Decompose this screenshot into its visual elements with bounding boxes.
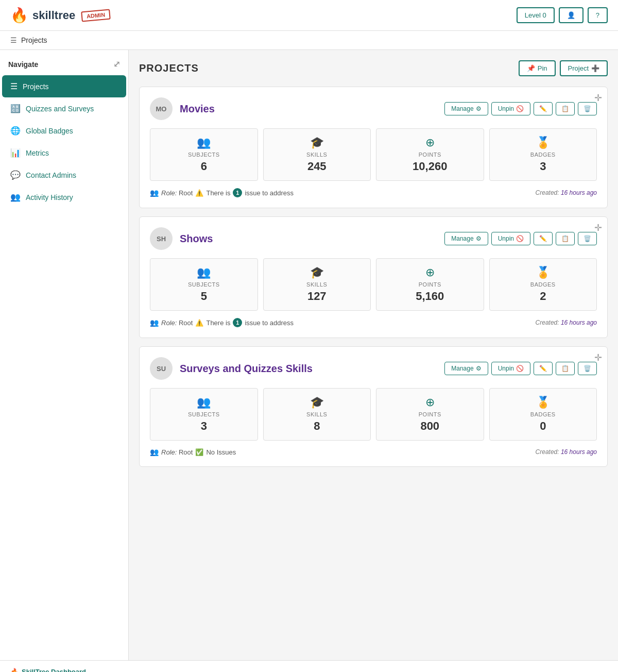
stat-card: 🏅 BADGES 3 [489,128,597,181]
sidebar-item-label: Contact Admins [26,171,76,179]
stat-icon: 👥 [158,396,250,409]
stat-label: SUBJECTS [158,152,250,158]
stat-label: SKILLS [271,152,364,158]
stat-value: 5,160 [384,290,476,303]
created-time: 16 hours ago [561,189,597,196]
issue-suffix: issue to address [245,189,294,197]
sidebar-item-projects[interactable]: ☰ Projects [2,75,126,97]
delete-button[interactable]: 🗑️ [578,362,597,375]
help-button[interactable]: ? [588,7,608,23]
edit-button[interactable]: ✏️ [534,232,553,245]
stats-grid: 👥 SUBJECTS 3 🎓 SKILLS 8 ⊕ POINTS 800 🏅 B… [150,388,597,441]
profile-button[interactable]: 👤 [559,7,583,23]
project-label: Project [568,64,589,72]
stat-value: 10,260 [384,160,476,173]
project-footer: 👥 Role: Root ⚠️ There is 1 issue to addr… [150,318,597,327]
project-actions: Manage ⚙ Unpin 🚫 ✏️ 📋 🗑️ [444,362,597,375]
content-area: PROJECTS 📌 Pin Project ➕ ✛ MO Movies [129,50,618,660]
sidebar-item-metrics[interactable]: 📊 Metrics [2,142,126,164]
stat-icon: 🏅 [497,396,590,409]
role-label: Role: Root [161,189,193,197]
manage-icon: ⚙ [476,365,482,372]
project-footer: 👥 Role: Root ⚠️ There is 1 issue to addr… [150,188,597,197]
stat-icon: 🎓 [271,136,364,149]
stat-card: ⊕ POINTS 10,260 [376,128,484,181]
stat-value: 5 [158,290,250,303]
sidebar-header: Navigate ⤢ [0,55,128,75]
created-text: Created: 16 hours ago [536,448,597,456]
delete-button[interactable]: 🗑️ [578,102,597,115]
stat-icon: 🏅 [497,136,590,149]
copy-button[interactable]: 📋 [556,232,575,245]
manage-button[interactable]: Manage ⚙ [444,232,488,245]
stat-label: BADGES [497,411,590,417]
project-role: 👥 Role: Root ⚠️ There is 1 issue to addr… [150,318,294,327]
project-card-header: SH Shows Manage ⚙ Unpin 🚫 ✏️ 📋 🗑️ [150,227,597,250]
stat-label: POINTS [384,152,476,158]
stat-icon: 👥 [158,136,250,149]
stat-label: SUBJECTS [158,411,250,417]
pin-button[interactable]: 📌 Pin [519,60,556,76]
stat-icon: ⊕ [384,136,476,149]
edit-button[interactable]: ✏️ [534,362,553,375]
stat-card: 🎓 SKILLS 8 [263,388,371,441]
project-role: 👥 Role: Root ⚠️ There is 1 issue to addr… [150,188,294,197]
sidebar-pin-icon[interactable]: ⤢ [113,59,120,69]
stat-value: 2 [497,290,590,303]
role-label: Role: Root [161,319,193,327]
unpin-button[interactable]: Unpin 🚫 [491,102,530,115]
copy-button[interactable]: 📋 [556,362,575,375]
drag-handle[interactable]: ✛ [594,352,602,363]
footer-logo-icon: 🔥 [10,668,19,672]
manage-button[interactable]: Manage ⚙ [444,102,488,115]
stat-value: 127 [271,290,364,303]
header-actions: Level 0 👤 ? [517,7,608,23]
edit-button[interactable]: ✏️ [534,102,553,115]
project-avatar: MO [150,97,173,120]
project-actions: Manage ⚙ Unpin 🚫 ✏️ 📋 🗑️ [444,232,597,245]
projects-icon: ☰ [10,81,18,91]
created-text: Created: 16 hours ago [536,319,597,326]
project-actions: Manage ⚙ Unpin 🚫 ✏️ 📋 🗑️ [444,102,597,115]
pin-icon: 📌 [527,64,535,72]
stat-card: 👥 SUBJECTS 5 [150,258,258,311]
stat-label: BADGES [497,281,590,288]
sidebar-item-quizzes[interactable]: 🔠 Quizzes and Surveys [2,97,126,120]
unpin-button[interactable]: Unpin 🚫 [491,232,530,245]
level-button[interactable]: Level 0 [517,7,555,23]
copy-button[interactable]: 📋 [556,102,575,115]
stat-value: 245 [271,160,364,173]
sidebar-item-activity-history[interactable]: 👥 Activity History [2,186,126,208]
stat-icon: ⊕ [384,396,476,409]
logo-text: skilltree [32,9,75,22]
project-avatar: SH [150,227,173,250]
stat-card: 👥 SUBJECTS 6 [150,128,258,181]
role-icon: 👥 [150,189,159,197]
stat-value: 8 [271,419,364,433]
sidebar-item-global-badges[interactable]: 🌐 Global Badges [2,120,126,142]
sidebar-item-label: Global Badges [26,127,73,135]
unpin-icon: 🚫 [516,105,524,112]
content-header-actions: 📌 Pin Project ➕ [519,60,608,76]
footer-brand: 🔥 SkillTree Dashboard [10,668,110,672]
drag-handle[interactable]: ✛ [594,222,602,233]
manage-button[interactable]: Manage ⚙ [444,362,488,375]
activity-history-icon: 👥 [10,192,21,202]
add-project-button[interactable]: Project ➕ [560,60,608,76]
sidebar-item-label: Activity History [26,193,73,201]
sidebar-title: Navigate [8,60,38,69]
unpin-button[interactable]: Unpin 🚫 [491,362,530,375]
plus-icon: ➕ [591,64,599,72]
sidebar-item-label: Quizzes and Surveys [26,105,94,113]
stat-label: SKILLS [271,411,364,417]
logo-area: 🔥 skilltree ADMIN [10,7,110,24]
drag-handle[interactable]: ✛ [594,92,602,104]
delete-button[interactable]: 🗑️ [578,232,597,245]
ok-icon: ✅ [195,448,203,456]
sidebar-item-contact-admins[interactable]: 💬 Contact Admins [2,164,126,186]
stat-card: 🎓 SKILLS 245 [263,128,371,181]
admin-badge: ADMIN [81,9,111,22]
role-icon: 👥 [150,448,159,456]
unpin-icon: 🚫 [516,365,524,372]
stat-icon: 👥 [158,266,250,279]
